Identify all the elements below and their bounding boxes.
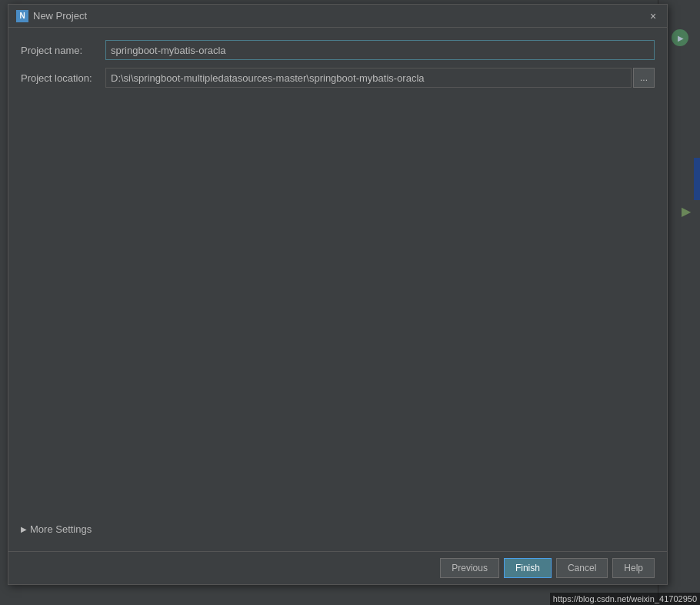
close-button[interactable]: × — [647, 10, 659, 22]
finish-button[interactable]: Finish — [504, 558, 552, 578]
watermark-text: https://blog.csdn.net/weixin_41702950 — [553, 594, 697, 603]
project-name-input[interactable] — [105, 40, 655, 60]
more-settings-label: More Settings — [30, 523, 92, 535]
previous-button[interactable]: Previous — [440, 558, 499, 578]
cancel-button[interactable]: Cancel — [556, 558, 608, 578]
new-project-dialog: N New Project × Project name: Project lo… — [8, 4, 668, 585]
dialog-icon-label: N — [19, 12, 25, 20]
dialog-footer: Previous Finish Cancel Help — [8, 551, 667, 584]
dialog-titlebar: N New Project × — [8, 5, 667, 28]
titlebar-left: N New Project — [16, 10, 87, 22]
browse-button[interactable]: ... — [633, 68, 655, 88]
help-button[interactable]: Help — [612, 558, 655, 578]
dialog-title: New Project — [33, 10, 87, 22]
ide-run-button[interactable] — [672, 29, 688, 46]
project-name-label: Project name: — [21, 45, 105, 56]
project-name-row: Project name: — [21, 40, 655, 60]
watermark: https://blog.csdn.net/weixin_41702950 — [550, 593, 700, 605]
project-location-row: Project location: ... — [21, 68, 655, 88]
more-settings-arrow: ▶ — [21, 525, 27, 533]
dialog-body: Project name: Project location: ... ▶ Mo… — [8, 28, 667, 551]
ide-blue-block — [694, 158, 700, 200]
dialog-overlay: N New Project × Project name: Project lo… — [0, 0, 669, 605]
project-location-label: Project location: — [21, 72, 105, 84]
ide-green-arrow: ▶ — [682, 204, 691, 219]
dialog-icon: N — [16, 10, 28, 22]
project-location-input[interactable] — [105, 68, 632, 88]
more-settings-toggle[interactable]: ▶ More Settings — [21, 520, 92, 538]
